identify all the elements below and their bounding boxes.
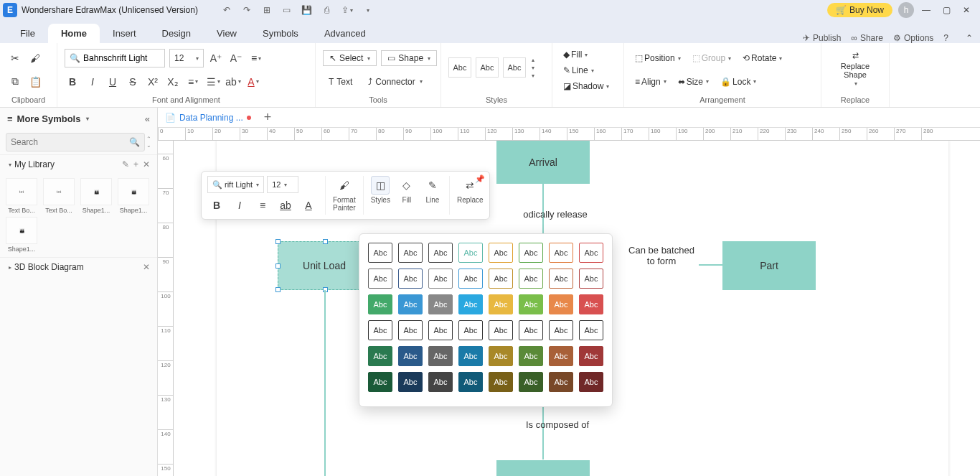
italic-icon[interactable]: I [85,74,100,90]
size-button[interactable]: ⬌ Size▾ [674,75,712,89]
position-button[interactable]: ⬚ Position▾ [631,51,684,65]
style-swatch[interactable]: Abc [549,294,573,314]
cut-icon[interactable]: ✂ [7,50,23,66]
menu-file[interactable]: File [7,24,48,43]
style-swatch[interactable]: Abc [579,372,603,392]
font-color-icon[interactable]: A▾ [245,74,261,90]
style-swatch[interactable]: Abc [368,269,392,289]
style-swatch[interactable]: Abc [519,243,543,263]
style-preset[interactable]: Abc [476,57,499,78]
symbol-search-input[interactable]: 🔍 [6,133,145,151]
add-lib-icon[interactable]: + [133,159,138,169]
styles-up-icon[interactable]: ▴ [532,57,534,63]
3d-block-section[interactable]: ▸3D Block Diagram ✕ [0,257,157,276]
node-bottom[interactable] [496,460,590,476]
style-swatch[interactable]: Abc [368,243,392,263]
line-button[interactable]: ✎ Line▾ [560,63,598,78]
collapse-ribbon-icon[interactable]: ⌃ [966,33,973,43]
share-button[interactable]: ∞Share [851,33,883,43]
edit-lib-icon[interactable]: ✎ [122,159,129,169]
ctx-bold-icon[interactable]: B [207,196,226,215]
open-icon[interactable]: ▭ [280,3,294,17]
subscript-icon[interactable]: X₂ [165,74,181,90]
align-icon[interactable]: ≡▾ [248,50,264,66]
copy-icon[interactable]: ⧉ [7,74,23,90]
paste-icon[interactable]: 📋 [27,74,43,90]
font-size-input[interactable]: 12▾ [169,49,204,67]
shrink-font-icon[interactable]: A⁻ [228,50,244,66]
tab-data-planning[interactable]: 📄 Data Planning ... [165,113,251,123]
line-spacing-icon[interactable]: ≡▾ [185,74,201,90]
list-icon[interactable]: ☰▾ [205,74,221,90]
close-icon[interactable]: ✕ [961,5,971,15]
library-shape[interactable]: 👪Shape1... [4,217,39,253]
more-symbols-label[interactable]: More Symbols [17,113,81,124]
style-swatch[interactable]: Abc [549,269,573,289]
avatar[interactable]: h [898,2,914,18]
menu-advanced[interactable]: Advanced [311,24,379,43]
library-shape[interactable]: txtText Bo... [4,178,39,214]
highlight-icon[interactable]: ab▾ [225,74,241,90]
group-button[interactable]: ⬚ Group▾ [689,51,735,65]
buy-now-button[interactable]: 🛒 Buy Now [827,3,892,17]
maximize-icon[interactable]: ▢ [941,5,951,15]
node-part[interactable]: Part [722,241,816,290]
style-swatch[interactable]: Abc [549,346,573,366]
menu-symbols[interactable]: Symbols [250,24,311,43]
style-swatch[interactable]: Abc [428,320,453,340]
connector-tool[interactable]: ⤴ Connector▾ [362,75,428,89]
menu-insert[interactable]: Insert [100,24,149,43]
style-swatch[interactable]: Abc [519,346,543,366]
style-swatch[interactable]: Abc [428,372,453,392]
more-icon[interactable]: ▾ [360,3,374,17]
style-swatch[interactable]: Abc [368,294,392,314]
options-button[interactable]: ⚙Options [893,33,933,43]
style-swatch[interactable]: Abc [458,372,483,392]
style-swatch[interactable]: Abc [549,320,573,340]
style-swatch[interactable]: Abc [519,372,543,392]
grow-font-icon[interactable]: A⁺ [208,50,224,66]
my-library-section[interactable]: ▾My Library ✎+✕ [0,154,157,174]
style-swatch[interactable]: Abc [519,320,543,340]
style-swatch[interactable]: Abc [368,372,392,392]
align-button[interactable]: ≡ Align▾ [631,75,670,89]
ctx-fill[interactable]: ◇Fill [397,176,416,204]
style-swatch[interactable]: Abc [458,346,483,366]
style-swatch[interactable]: Abc [519,294,543,314]
style-swatch[interactable]: Abc [549,243,573,263]
fill-button[interactable]: ◆ Fill▾ [560,47,591,62]
pin-icon[interactable]: 📌 [475,174,485,184]
collapse-sidebar-icon[interactable]: « [145,113,150,124]
undo-icon[interactable]: ↶ [220,3,234,17]
style-swatch[interactable]: Abc [579,320,603,340]
style-swatch[interactable]: Abc [489,294,513,314]
node-arrival[interactable]: Arrival [496,141,590,184]
style-swatch[interactable]: Abc [428,243,453,263]
style-swatch[interactable]: Abc [398,346,423,366]
format-painter-icon[interactable]: 🖌 [27,50,43,66]
style-swatch[interactable]: Abc [579,346,603,366]
underline-icon[interactable]: U [105,74,121,90]
style-swatch[interactable]: Abc [458,320,483,340]
font-name-input[interactable]: 🔍 [65,49,165,67]
search-down-icon[interactable]: ⌄ [146,142,151,149]
close-lib-icon[interactable]: ✕ [143,159,150,169]
rotate-button[interactable]: ⟲ Rotate▾ [739,51,786,65]
style-swatch[interactable]: Abc [368,320,392,340]
style-swatch[interactable]: Abc [398,243,423,263]
redo-icon[interactable]: ↷ [240,3,254,17]
style-swatch[interactable]: Abc [489,372,513,392]
style-swatch[interactable]: Abc [458,269,483,289]
style-swatch[interactable]: Abc [579,243,603,263]
library-shape[interactable]: txtText Bo... [42,178,76,214]
styles-more-icon[interactable]: ▾ [532,73,534,79]
style-swatch[interactable]: Abc [428,346,453,366]
style-swatch[interactable]: Abc [549,372,573,392]
style-preset[interactable]: Abc [503,57,526,78]
ctx-font-size[interactable]: 12▾ [267,176,298,193]
node-unit-load[interactable]: Unit Load [278,241,371,290]
styles-down-icon[interactable]: ▾ [532,65,534,71]
text-tool[interactable]: T Text [323,75,358,89]
style-swatch[interactable]: Abc [398,269,423,289]
ctx-font-name[interactable]: 🔍rift Light▾ [207,176,264,193]
